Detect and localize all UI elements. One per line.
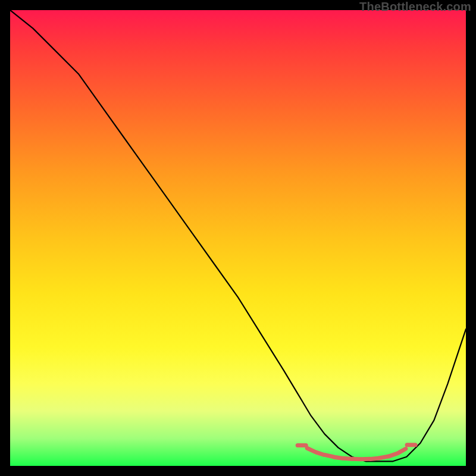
bottleneck-curve bbox=[10, 10, 466, 466]
optimal-marker bbox=[325, 455, 333, 457]
optimal-marker bbox=[389, 453, 397, 456]
curve-line bbox=[10, 10, 466, 461]
optimal-marker bbox=[307, 448, 315, 452]
optimal-marker bbox=[399, 449, 406, 453]
optimal-marker bbox=[334, 457, 343, 458]
optimal-marker bbox=[316, 452, 324, 455]
optimal-marker bbox=[371, 458, 379, 459]
watermark-text: TheBottleneck.com bbox=[359, 0, 471, 14]
chart-area bbox=[10, 10, 466, 466]
optimal-marker bbox=[380, 456, 388, 458]
